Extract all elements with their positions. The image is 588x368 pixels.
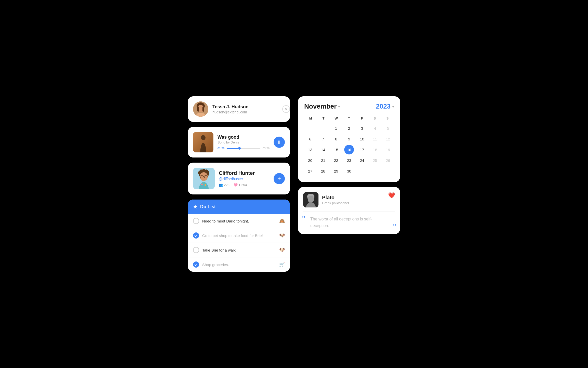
progress-fill — [227, 148, 240, 149]
calendar-day-14[interactable]: 14 — [318, 145, 328, 154]
calendar-header: November ▾ 2023 ▾ — [304, 102, 394, 110]
calendar-day-2[interactable]: 2 — [344, 123, 354, 133]
calendar-day-12[interactable]: 12 — [383, 134, 393, 144]
social-info: Clifford Hunter @cliffordhunter 👥 223 🩷 … — [219, 170, 270, 187]
calendar-day-23[interactable]: 23 — [344, 155, 354, 165]
social-avatar — [193, 168, 215, 189]
checkbox-3[interactable] — [193, 247, 199, 253]
quote-person-desc: Greek philosopher — [322, 201, 349, 205]
checkbox-2[interactable] — [193, 232, 199, 239]
dolist-emoji-2: 🐶 — [279, 233, 285, 238]
quote-text: The worst of all deceptions is self-dece… — [307, 216, 391, 229]
profile-card: Tessa J. Hudson hudson@extendi.com ✕ — [188, 96, 290, 122]
dolist-emoji-3: 🐶 — [279, 247, 285, 253]
right-column: November ▾ 2023 ▾ M T W T F S S — [298, 96, 400, 234]
calendar-day-21[interactable]: 21 — [318, 155, 328, 165]
calendar-day-6[interactable]: 6 — [305, 134, 315, 144]
calendar-day-11[interactable]: 11 — [370, 134, 380, 144]
social-card: Clifford Hunter @cliffordhunter 👥 223 🩷 … — [188, 163, 290, 194]
dolist-item-text-3: Take Brie for a walk. — [202, 248, 276, 252]
quote-header: Plato Greek philosopher — [303, 192, 395, 207]
dolist-item-text-1: Need to meet Dario tonight. — [202, 219, 276, 223]
checkbox-4[interactable] — [193, 261, 199, 268]
dolist-items: Need to meet Dario tonight. 🙈 Go to pet … — [188, 214, 290, 272]
quote-person-info: Plato Greek philosopher — [322, 195, 349, 205]
social-followers: 👥 223 — [219, 183, 229, 187]
weekday-s1: S — [368, 115, 381, 121]
calendar-day-5[interactable]: 5 — [383, 123, 393, 133]
close-button[interactable]: ✕ — [282, 105, 290, 113]
calendar-day-26[interactable]: 26 — [383, 155, 393, 165]
calendar-day-16-today[interactable]: 16 — [344, 145, 354, 154]
pause-button[interactable]: ⏸ — [274, 137, 285, 148]
calendar-day-22[interactable]: 22 — [331, 155, 341, 165]
dolist-card: ★ Do List Need to meet Dario tonight. 🙈 … — [188, 200, 290, 272]
music-current-time: 01:26 — [218, 147, 225, 150]
calendar-day-15[interactable]: 15 — [331, 145, 341, 154]
progress-thumb — [238, 147, 241, 150]
calendar-weekdays: M T W T F S S — [304, 115, 394, 121]
svg-point-15 — [202, 169, 206, 173]
calendar-day-19[interactable]: 19 — [383, 145, 393, 154]
plus-icon: + — [277, 175, 281, 182]
list-item: Go to pet shop to take food for Brie! 🐶 — [188, 228, 290, 243]
calendar-day-24[interactable]: 24 — [357, 155, 367, 165]
quote-avatar — [303, 192, 318, 207]
calendar-month: November ▾ — [304, 102, 340, 110]
music-title: Was good — [218, 135, 270, 140]
likes-count: 1,254 — [239, 183, 247, 187]
quote-card: ❤️ Plato Gree — [298, 187, 400, 234]
calendar-day-25[interactable]: 25 — [370, 155, 380, 165]
dolist-item-text-4: Shop groceries. — [202, 262, 276, 267]
calendar-day-7[interactable]: 7 — [318, 134, 328, 144]
checkbox-1[interactable] — [193, 218, 199, 224]
calendar-day-28[interactable]: 28 — [318, 166, 328, 176]
heart-icon: ❤️ — [388, 192, 395, 199]
dolist-emoji-4: 🛒 — [279, 262, 285, 267]
calendar-day-4[interactable]: 4 — [370, 123, 380, 133]
weekday-t2: T — [343, 115, 355, 121]
calendar-day-10[interactable]: 10 — [357, 134, 367, 144]
music-info: Was good Song by Denis 01:26 03:26 — [218, 135, 270, 150]
calendar-day-17[interactable]: 17 — [357, 145, 367, 154]
calendar-day-3[interactable]: 3 — [357, 123, 367, 133]
likes-icon: 🩷 — [234, 183, 238, 187]
calendar-day-13[interactable]: 13 — [305, 145, 315, 154]
month-chevron-icon[interactable]: ▾ — [338, 104, 340, 109]
dolist-header: ★ Do List — [188, 200, 290, 214]
svg-point-22 — [203, 182, 204, 183]
add-button[interactable]: + — [274, 173, 285, 184]
heart-button[interactable]: ❤️ — [388, 192, 395, 199]
weekday-m: M — [304, 115, 317, 121]
social-stats: 👥 223 🩷 1,254 — [219, 183, 270, 187]
profile-avatar — [193, 101, 208, 117]
followers-icon: 👥 — [219, 183, 223, 187]
dolist-item-text-2: Go to pet shop to take food for Brie! — [202, 233, 276, 238]
progress-bar[interactable] — [227, 148, 261, 149]
calendar-day-9[interactable]: 9 — [344, 134, 354, 144]
svg-point-8 — [201, 135, 206, 140]
music-thumbnail — [193, 132, 213, 152]
svg-point-21 — [204, 184, 206, 186]
profile-email: hudson@extendi.com — [212, 110, 285, 114]
weekday-f: F — [355, 115, 368, 121]
social-handle: @cliffordhunter — [219, 177, 270, 181]
calendar-day-1[interactable]: 1 — [331, 123, 341, 133]
calendar-empty-2 — [318, 123, 328, 133]
calendar-day-8[interactable]: 8 — [331, 134, 341, 144]
weekday-t1: T — [317, 115, 330, 121]
calendar-day-30[interactable]: 30 — [344, 166, 354, 176]
year-chevron-icon[interactable]: ▾ — [392, 104, 394, 109]
svg-point-26 — [308, 196, 314, 203]
followers-count: 223 — [224, 183, 229, 187]
calendar-year: 2023 ▾ — [376, 102, 394, 110]
calendar-day-18[interactable]: 18 — [370, 145, 380, 154]
svg-rect-4 — [202, 107, 204, 112]
profile-info: Tessa J. Hudson hudson@extendi.com — [212, 104, 285, 114]
calendar-day-20[interactable]: 20 — [305, 155, 315, 165]
calendar-day-29[interactable]: 29 — [331, 166, 341, 176]
calendar-days: 1 2 3 4 5 6 7 8 9 10 11 12 13 14 15 — [304, 123, 394, 176]
music-progress-container: 01:26 03:26 — [218, 147, 270, 150]
quote-text-container: " The worst of all deceptions is self-de… — [303, 216, 395, 229]
calendar-day-27[interactable]: 27 — [305, 166, 315, 176]
